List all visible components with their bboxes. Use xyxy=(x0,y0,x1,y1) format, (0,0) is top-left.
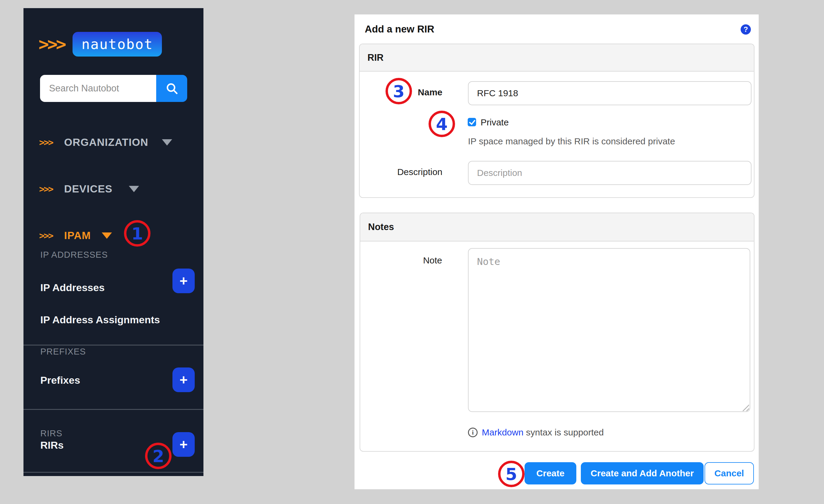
screenshot-canvas: >>> nautobot >>> ORGANIZATION >>> DEVICE… xyxy=(0,0,824,504)
nautobot-logo[interactable]: >>> nautobot xyxy=(38,30,162,58)
search-input[interactable] xyxy=(40,75,156,102)
plus-icon: + xyxy=(180,274,188,288)
annotation-circle-1: 1 xyxy=(124,220,150,247)
sidebar-item-prefixes[interactable]: Prefixes xyxy=(40,374,80,386)
notes-card: Notes Note i Markdown syntax is supporte… xyxy=(359,213,754,452)
sidebar-item-ip-addresses[interactable]: IP Addresses xyxy=(40,282,105,293)
search-button[interactable] xyxy=(156,75,187,102)
note-textarea[interactable] xyxy=(468,248,750,412)
sidebar-divider xyxy=(23,345,203,346)
sidebar-item-organization[interactable]: >>> ORGANIZATION xyxy=(23,133,203,151)
markdown-hint: i Markdown syntax is supported xyxy=(468,427,604,437)
info-icon: i xyxy=(468,427,478,437)
sidebar: >>> nautobot >>> ORGANIZATION >>> DEVICE… xyxy=(23,8,203,476)
section-label-ip-addresses: IP ADDRESSES xyxy=(40,250,108,260)
sidebar-item-devices[interactable]: >>> DEVICES xyxy=(23,179,203,198)
rir-card-header: RIR xyxy=(359,44,754,72)
add-rir-button[interactable]: + xyxy=(173,432,195,457)
annotation-circle-3: 3 xyxy=(386,78,412,104)
menu-chevrons-icon: >>> xyxy=(39,137,53,148)
chevron-down-icon xyxy=(129,186,139,192)
search-icon xyxy=(165,82,179,95)
annotation-circle-2: 2 xyxy=(145,443,172,469)
create-and-add-another-button[interactable]: Create and Add Another xyxy=(581,462,704,485)
chevron-down-icon xyxy=(102,233,112,239)
notes-card-header: Notes xyxy=(360,213,754,242)
search-bar xyxy=(40,75,187,102)
sidebar-item-ip-address-assignments[interactable]: IP Address Assignments xyxy=(40,314,160,326)
menu-chevrons-icon: >>> xyxy=(39,184,53,194)
annotation-circle-5: 5 xyxy=(498,461,525,487)
cancel-button[interactable]: Cancel xyxy=(705,462,754,485)
sidebar-item-rirs[interactable]: RIRs xyxy=(40,439,64,451)
section-label-rirs: RIRS xyxy=(40,428,62,438)
logo-chevrons-icon: >>> xyxy=(38,35,65,53)
add-ip-address-button[interactable]: + xyxy=(173,268,195,293)
markdown-link[interactable]: Markdown xyxy=(482,427,523,437)
private-label: Private xyxy=(481,117,509,127)
help-icon[interactable]: ? xyxy=(741,24,751,34)
chevron-down-icon xyxy=(162,139,172,145)
markdown-hint-text: syntax is supported xyxy=(523,427,604,437)
menu-chevrons-icon: >>> xyxy=(39,230,53,241)
annotation-circle-4: 4 xyxy=(428,111,455,137)
menu-label: DEVICES xyxy=(64,183,113,195)
nautobot-logo-text: nautobot xyxy=(73,32,162,56)
note-label: Note xyxy=(360,255,442,265)
section-label-prefixes: PREFIXES xyxy=(40,347,86,357)
name-input[interactable] xyxy=(468,81,751,105)
add-prefix-button[interactable]: + xyxy=(173,368,195,392)
private-help-text: IP space managed by this RIR is consider… xyxy=(468,136,675,146)
private-checkbox[interactable] xyxy=(468,118,476,126)
sidebar-divider xyxy=(23,472,203,473)
page-title: Add a new RIR xyxy=(365,23,434,35)
description-input[interactable] xyxy=(468,161,751,185)
rir-card: RIR Name Private IP space managed by thi… xyxy=(359,43,754,198)
menu-label: IPAM xyxy=(64,230,91,242)
plus-icon: + xyxy=(180,437,188,452)
add-rir-panel: Add a new RIR ? RIR Name Private IP spac… xyxy=(354,14,759,489)
description-label: Description xyxy=(359,167,442,177)
plus-icon: + xyxy=(180,373,188,387)
menu-label: ORGANIZATION xyxy=(64,136,148,148)
create-button[interactable]: Create xyxy=(525,462,576,485)
sidebar-divider xyxy=(23,409,203,410)
sidebar-item-ipam[interactable]: >>> IPAM xyxy=(23,226,203,245)
